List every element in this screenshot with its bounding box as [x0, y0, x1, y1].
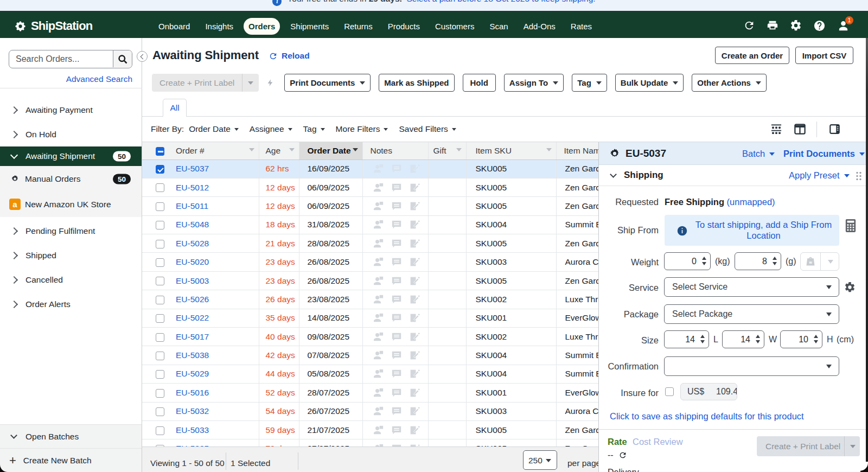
svg-text:w: w [808, 260, 812, 264]
